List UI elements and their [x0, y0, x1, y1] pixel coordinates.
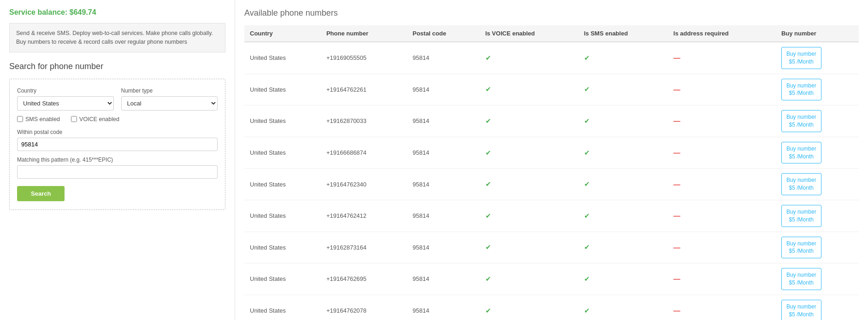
cell-address: —: [668, 137, 776, 169]
cell-phone: +19164762261: [321, 74, 407, 105]
cell-buy[interactable]: Buy number$5 /Month: [776, 263, 859, 295]
cell-buy[interactable]: Buy number$5 /Month: [776, 137, 859, 169]
cell-buy[interactable]: Buy number$5 /Month: [776, 105, 859, 137]
number-type-select[interactable]: Local Toll-Free Mobile: [121, 96, 218, 111]
cell-country: United States: [244, 295, 321, 320]
cell-address: —: [668, 295, 776, 320]
description-text: Send & receive SMS. Deploy web-to-call s…: [16, 30, 213, 45]
sms-check-icon: ✔: [584, 85, 590, 93]
table-row: United States +19164762695 95814 ✔ ✔ — B…: [244, 263, 859, 295]
buy-number-button[interactable]: Buy number$5 /Month: [781, 237, 821, 259]
country-group: Country United States Canada United King…: [17, 87, 114, 111]
cell-voice: ✔: [480, 42, 579, 74]
cell-sms: ✔: [579, 232, 668, 263]
sms-check-icon: ✔: [584, 149, 590, 157]
cell-voice: ✔: [480, 74, 579, 105]
cell-phone: +19164762412: [321, 200, 407, 232]
address-cross-icon: —: [673, 212, 680, 220]
number-type-label: Number type: [121, 87, 218, 94]
cell-postal: 95814: [407, 263, 480, 295]
cell-buy[interactable]: Buy number$5 /Month: [776, 74, 859, 105]
postal-code-label: Within postal code: [17, 129, 218, 135]
col-sms: Is SMS enabled: [579, 25, 668, 42]
cell-sms: ✔: [579, 74, 668, 105]
available-numbers-title: Available phone numbers: [244, 8, 859, 18]
address-cross-icon: —: [673, 117, 680, 125]
voice-enabled-checkbox-label[interactable]: VOICE enabled: [71, 116, 119, 122]
col-buy: Buy number: [776, 25, 859, 42]
buy-number-button[interactable]: Buy number$5 /Month: [781, 300, 821, 320]
cell-sms: ✔: [579, 295, 668, 320]
buy-number-button[interactable]: Buy number$5 /Month: [781, 47, 821, 69]
cell-voice: ✔: [480, 169, 579, 200]
cell-buy[interactable]: Buy number$5 /Month: [776, 200, 859, 232]
header-row: Country Phone number Postal code Is VOIC…: [244, 25, 859, 42]
buy-number-button[interactable]: Buy number$5 /Month: [781, 142, 821, 164]
search-form-box: Country United States Canada United King…: [9, 79, 225, 210]
buy-number-button[interactable]: Buy number$5 /Month: [781, 79, 821, 101]
table-header: Country Phone number Postal code Is VOIC…: [244, 25, 859, 42]
cell-phone: +19162870033: [321, 105, 407, 137]
sms-check-icon: ✔: [584, 54, 590, 62]
buy-number-button[interactable]: Buy number$5 /Month: [781, 268, 821, 290]
col-phone: Phone number: [321, 25, 407, 42]
cell-country: United States: [244, 42, 321, 74]
number-type-group: Number type Local Toll-Free Mobile: [121, 87, 218, 111]
description-box: Send & receive SMS. Deploy web-to-call s…: [9, 23, 225, 52]
cell-voice: ✔: [480, 232, 579, 263]
table-row: United States +19164762412 95814 ✔ ✔ — B…: [244, 200, 859, 232]
cell-postal: 95814: [407, 42, 480, 74]
postal-code-input[interactable]: [17, 138, 218, 151]
sms-check-icon: ✔: [584, 275, 590, 283]
cell-country: United States: [244, 105, 321, 137]
cell-address: —: [668, 169, 776, 200]
col-postal: Postal code: [407, 25, 480, 42]
buy-number-button[interactable]: Buy number$5 /Month: [781, 173, 821, 195]
cell-phone: +19169055505: [321, 42, 407, 74]
cell-address: —: [668, 263, 776, 295]
cell-phone: +19166686874: [321, 137, 407, 169]
sms-enabled-label: SMS enabled: [25, 116, 60, 122]
cell-country: United States: [244, 200, 321, 232]
cell-voice: ✔: [480, 263, 579, 295]
buy-number-button[interactable]: Buy number$5 /Month: [781, 205, 821, 227]
table-body: United States +19169055505 95814 ✔ ✔ — B…: [244, 42, 859, 320]
sms-check-icon: ✔: [584, 212, 590, 220]
service-balance-amount: $649.74: [70, 8, 96, 16]
sms-enabled-checkbox[interactable]: [17, 116, 23, 122]
voice-enabled-checkbox[interactable]: [71, 116, 77, 122]
pattern-input[interactable]: [17, 165, 218, 179]
address-cross-icon: —: [673, 180, 680, 188]
cell-phone: +19164762078: [321, 295, 407, 320]
cell-sms: ✔: [579, 42, 668, 74]
cell-postal: 95814: [407, 295, 480, 320]
cell-buy[interactable]: Buy number$5 /Month: [776, 232, 859, 263]
sms-enabled-checkbox-label[interactable]: SMS enabled: [17, 116, 60, 122]
country-select[interactable]: United States Canada United Kingdom Aust…: [17, 96, 114, 111]
table-row: United States +19169055505 95814 ✔ ✔ — B…: [244, 42, 859, 74]
voice-check-icon: ✔: [485, 85, 491, 93]
cell-address: —: [668, 232, 776, 263]
cell-sms: ✔: [579, 200, 668, 232]
sms-check-icon: ✔: [584, 307, 590, 314]
cell-buy[interactable]: Buy number$5 /Month: [776, 42, 859, 74]
voice-check-icon: ✔: [485, 180, 491, 188]
search-button[interactable]: Search: [17, 186, 65, 201]
cell-address: —: [668, 42, 776, 74]
voice-check-icon: ✔: [485, 149, 491, 157]
cell-postal: 95814: [407, 200, 480, 232]
cell-address: —: [668, 74, 776, 105]
cell-address: —: [668, 200, 776, 232]
service-balance-label: Service balance:: [9, 8, 67, 16]
cell-postal: 95814: [407, 169, 480, 200]
cell-voice: ✔: [480, 105, 579, 137]
cell-country: United States: [244, 169, 321, 200]
col-address: Is address required: [668, 25, 776, 42]
cell-country: United States: [244, 263, 321, 295]
cell-buy[interactable]: Buy number$5 /Month: [776, 295, 859, 320]
table-row: United States +19162873164 95814 ✔ ✔ — B…: [244, 232, 859, 263]
cell-country: United States: [244, 137, 321, 169]
buy-number-button[interactable]: Buy number$5 /Month: [781, 110, 821, 132]
cell-sms: ✔: [579, 105, 668, 137]
cell-buy[interactable]: Buy number$5 /Month: [776, 169, 859, 200]
